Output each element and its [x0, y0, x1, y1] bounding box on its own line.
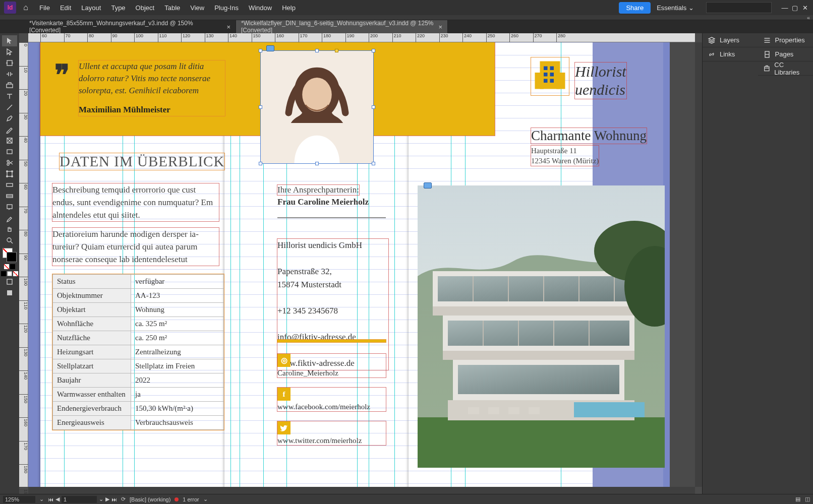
- zoom-tool[interactable]: [2, 235, 17, 246]
- panel-pages[interactable]: Pages: [758, 47, 814, 61]
- contact-heading[interactable]: Ihre Ansprechpartnerin:: [277, 185, 359, 195]
- table-row[interactable]: StellplatzartStellplatz im Freien: [53, 359, 224, 373]
- hand-tool[interactable]: [2, 224, 17, 235]
- prev-page-button[interactable]: ◀: [55, 496, 60, 502]
- split-view-icon[interactable]: ◫: [805, 496, 810, 502]
- share-button[interactable]: Share: [619, 2, 651, 14]
- content-collector-tool[interactable]: [2, 80, 17, 91]
- table-row[interactable]: EnergieausweisVerbrauchsausweis: [53, 416, 224, 430]
- social-instagram-block[interactable]: ◎ Caroline_Meierholz: [277, 354, 386, 377]
- overview-paragraph[interactable]: Beschreibung temquid errorrorio que cust…: [52, 183, 219, 221]
- rectangle-frame-tool[interactable]: [2, 135, 17, 146]
- menu-window[interactable]: Window: [245, 2, 276, 14]
- preflight-error-count[interactable]: 1 error: [183, 496, 199, 502]
- preflight-profile[interactable]: [Basic] (working): [130, 496, 170, 502]
- vertical-scrollbar[interactable]: [695, 42, 702, 487]
- table-row[interactable]: Warmwasser enthaltenja: [53, 388, 224, 402]
- default-colors-row[interactable]: [1, 271, 18, 276]
- direct-selection-tool[interactable]: [2, 46, 17, 57]
- last-page-button[interactable]: ⏭: [111, 496, 117, 502]
- social-facebook-block[interactable]: f www.facebook.com/meierholz: [277, 388, 386, 411]
- table-row[interactable]: ObjektartWohnung: [53, 303, 224, 317]
- menu-type[interactable]: Type: [107, 2, 129, 14]
- panel-layers[interactable]: Layers: [703, 33, 758, 47]
- menu-view[interactable]: View: [186, 2, 208, 14]
- link-badge-icon[interactable]: [266, 45, 274, 51]
- gradient-swatch-tool[interactable]: [2, 179, 17, 191]
- menu-edit[interactable]: Edit: [56, 2, 75, 14]
- close-tab-icon[interactable]: ×: [438, 23, 442, 31]
- document-tab[interactable]: *Wickelfalzflyer_DIN_lang_6-seitig_Wohnu…: [236, 20, 448, 33]
- type-tool[interactable]: [2, 91, 17, 102]
- panel-links[interactable]: Links: [703, 47, 758, 61]
- screen-mode-normal[interactable]: [2, 276, 17, 287]
- apartment-address-frame[interactable]: Hauptstraße 11 12345 Waren (Müritz): [531, 146, 599, 166]
- property-data-table[interactable]: StatusverfügbarObjektnummerAA-123Objekta…: [52, 274, 224, 430]
- menu-object[interactable]: Object: [132, 2, 159, 14]
- gap-tool[interactable]: [2, 69, 17, 80]
- zoom-dropdown-icon[interactable]: ⌄: [39, 496, 44, 502]
- page-tool[interactable]: [2, 57, 17, 69]
- menu-layout[interactable]: Layout: [77, 2, 105, 14]
- eyedropper-tool[interactable]: [2, 213, 17, 224]
- structure-pane-icon[interactable]: ▤: [795, 496, 800, 502]
- brand-text-frame[interactable]: Hillorist uendicis: [575, 62, 626, 99]
- document-canvas[interactable]: 6070809010011012013014015016017018019020…: [19, 33, 702, 494]
- menu-file[interactable]: File: [35, 2, 54, 14]
- minimize-button[interactable]: —: [781, 4, 789, 12]
- note-tool[interactable]: [2, 202, 17, 213]
- preflight-menu-icon[interactable]: ⌄: [203, 496, 208, 502]
- maximize-button[interactable]: ▢: [791, 4, 799, 12]
- open-indicator-icon[interactable]: ⟳: [121, 496, 126, 502]
- scissors-tool[interactable]: [2, 157, 17, 168]
- overview-paragraph[interactable]: Deratioreium harunde modigen dersper ia-…: [52, 228, 219, 266]
- page-dropdown-icon[interactable]: ⌄: [99, 496, 103, 502]
- company-contact-frame[interactable]: Hillorist uendicis GmbH Papenstraße 32,1…: [277, 239, 388, 370]
- home-icon[interactable]: ⌂: [18, 3, 33, 12]
- first-page-button[interactable]: ⏮: [48, 496, 53, 502]
- link-badge-icon[interactable]: [424, 182, 432, 188]
- horizontal-ruler[interactable]: 6070809010011012013014015016017018019020…: [28, 33, 695, 42]
- rotation-handle[interactable]: [335, 49, 338, 52]
- color-apply-row[interactable]: [4, 264, 15, 269]
- table-row[interactable]: Baujahr2022: [53, 373, 224, 388]
- page-number-field[interactable]: 1: [62, 496, 97, 503]
- zoom-level-field[interactable]: 125%: [3, 496, 35, 503]
- social-twitter-block[interactable]: www.twitter.com/meierholz: [277, 421, 386, 445]
- panel-properties[interactable]: Properties: [758, 33, 814, 47]
- horizontal-scrollbar[interactable]: [28, 487, 695, 494]
- house-image-frame[interactable]: [418, 185, 665, 468]
- vertical-ruler[interactable]: 0102030405060708090100110120130140150160…: [19, 42, 28, 487]
- selection-bounding-box[interactable]: [260, 50, 374, 164]
- document-tab[interactable]: *Visitenkarte_85x55mm_Wohnungsverkauf_v3…: [24, 20, 236, 33]
- menu-help[interactable]: Help: [278, 2, 300, 14]
- table-row[interactable]: ObjektnummerAA-123: [53, 289, 224, 303]
- table-row[interactable]: Nutzflächeca. 250 m²: [53, 331, 224, 345]
- next-page-button[interactable]: ▶: [105, 496, 109, 502]
- panel-cc-libraries[interactable]: CC Libraries: [758, 61, 814, 76]
- screen-mode-preview[interactable]: [2, 287, 17, 298]
- pencil-tool[interactable]: [2, 124, 17, 135]
- rectangle-tool[interactable]: [2, 146, 17, 157]
- search-input[interactable]: [706, 2, 772, 13]
- menu-table[interactable]: Table: [160, 2, 184, 14]
- fill-stroke-swatch[interactable]: [3, 248, 17, 262]
- table-row[interactable]: Wohnflächeca. 325 m²: [53, 317, 224, 331]
- logo-frame[interactable]: [531, 57, 569, 95]
- table-row[interactable]: HeizungsartZentralheizung: [53, 345, 224, 359]
- free-transform-tool[interactable]: [2, 168, 17, 179]
- close-tab-icon[interactable]: ×: [226, 23, 230, 31]
- gradient-feather-tool[interactable]: [2, 191, 17, 202]
- apartment-title[interactable]: Charmante Wohnung: [531, 128, 647, 144]
- line-tool[interactable]: [2, 102, 17, 113]
- menu-plug-ins[interactable]: Plug-Ins: [210, 2, 243, 14]
- pen-tool[interactable]: [2, 113, 17, 124]
- quote-text-frame[interactable]: Ullent et accupta que posam lit ditia do…: [79, 60, 225, 116]
- table-row[interactable]: Endenergieverbrauch150,30 kWh/(m²·a): [53, 402, 224, 416]
- overview-heading[interactable]: DATEN IM ÜBERBLICK: [60, 153, 224, 170]
- table-row[interactable]: Statusverfügbar: [53, 275, 224, 289]
- workspace-switcher[interactable]: Essentials ⌄: [653, 2, 698, 14]
- collapse-control-strip[interactable]: «: [807, 15, 810, 21]
- close-button[interactable]: ✕: [801, 4, 809, 12]
- selection-tool[interactable]: [2, 35, 17, 46]
